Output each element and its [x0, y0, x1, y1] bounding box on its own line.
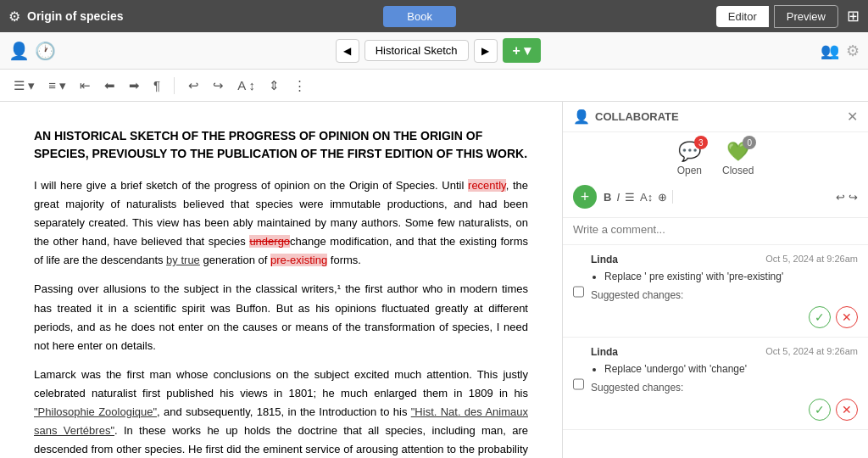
outdent-button[interactable]: ⇤ [76, 76, 94, 95]
header-right: Editor Preview ⊞ [716, 5, 860, 28]
main-area: AN HISTORICAL SKETCH OF THE PROGRESS OF … [0, 102, 868, 458]
add-comment-button[interactable]: + [573, 185, 597, 209]
collab-tabs: 💬 3 Open 💚 0 Closed [563, 132, 868, 176]
comment-meta-1: Linda Oct 5, 2024 at 9:26am [591, 254, 858, 265]
accept-button-2[interactable]: ✓ [809, 399, 831, 421]
comment-text-2: Replace 'undergo' with 'change' [591, 363, 858, 375]
insert-button[interactable]: ⊕ [658, 191, 667, 204]
undo-redo-group: ↩ ↪ [836, 191, 858, 204]
header-left: ⚙ Origin of species [8, 8, 124, 25]
chapter-toolbar: 👤 🕐 ◀ Historical Sketch ▶ + ▾ 👥 ⚙ [0, 32, 868, 70]
bullet-list-button[interactable]: ≡ ▾ [45, 76, 70, 95]
comment-redo-button[interactable]: ↪ [849, 191, 858, 204]
para3-mid: , and subsequently, 1815, in the Introdu… [157, 405, 411, 418]
text-size-button[interactable]: A↕ [640, 191, 653, 204]
closed-tab-label: Closed [722, 165, 754, 176]
italic-button[interactable]: I [616, 191, 620, 204]
app-logo-icon: ⚙ [8, 8, 20, 25]
comment-author-2: Linda [591, 346, 618, 358]
comment-checkbox-1[interactable] [573, 255, 584, 328]
para3-pre: Lamarck was the first man whose conclusi… [34, 368, 528, 399]
highlight-recently: recently [468, 179, 506, 192]
comment-text-1: Replace ' pre existing' with 'pre-existi… [591, 271, 858, 282]
format-toolbar: ☰ ▾ ≡ ▾ ⇤ ⬅ ➡ ¶ ↩ ↪ A ↕ ⇕ ⋮ [0, 70, 868, 102]
accept-button-1[interactable]: ✓ [809, 306, 831, 328]
next-chapter-button[interactable]: ▶ [474, 39, 498, 63]
comment-format-bar: B I ☰ A↕ ⊕ ↩ ↪ [604, 190, 858, 204]
add-button[interactable]: + ▾ [503, 38, 542, 63]
comment-input[interactable] [573, 223, 858, 236]
closed-tab-wrapper: 💚 0 [726, 141, 749, 163]
bold-button[interactable]: B [604, 191, 611, 204]
collaborate-panel: 👤 COLLABORATE ✕ 💬 3 Open 💚 0 Closed [563, 102, 868, 458]
comment-date-1: Oct 5, 2024 at 9:26am [765, 254, 858, 265]
comment-undo-button[interactable]: ↩ [836, 191, 845, 204]
editor-button[interactable]: Editor [716, 6, 769, 27]
open-badge: 3 [694, 136, 708, 149]
comment-list-item-2: Replace 'undergo' with 'change' [604, 363, 858, 375]
comment-date-2: Oct 5, 2024 at 9:26am [765, 346, 858, 358]
highlight-preexisting: pre-existing [270, 254, 327, 266]
list-format-button[interactable]: ☰ [625, 191, 635, 204]
paragraph-1: I will here give a brief sketch of the p… [34, 176, 528, 270]
comment-list-item-1: Replace ' pre existing' with 'pre-existi… [604, 271, 858, 282]
link-by-true[interactable]: by true [166, 254, 200, 266]
align-right-button[interactable]: ➡ [125, 76, 143, 95]
settings-icon[interactable]: ⚙ [846, 42, 860, 60]
paragraph-3: Lamarck was the first man whose conclusi… [34, 366, 528, 458]
document-heading: AN HISTORICAL SKETCH OF THE PROGRESS OF … [34, 127, 528, 163]
editor-area: AN HISTORICAL SKETCH OF THE PROGRESS OF … [0, 102, 563, 458]
toolbar-separator [174, 77, 175, 94]
app-title: Origin of species [27, 9, 124, 23]
align-left-button[interactable]: ⬅ [101, 76, 119, 95]
app-header: ⚙ Origin of species Book Editor Preview … [0, 0, 868, 32]
reject-button-1[interactable]: ✕ [836, 306, 858, 328]
list-button[interactable]: ☰ ▾ [10, 76, 38, 95]
open-tab-label: Open [677, 165, 702, 176]
header-center: Book [383, 6, 456, 27]
users-icon[interactable]: 👥 [821, 42, 839, 60]
user-circle-icon: 👤 [573, 109, 590, 125]
collab-title: 👤 COLLABORATE [573, 109, 679, 125]
tab-open[interactable]: 💬 3 Open [677, 141, 702, 176]
history-icon[interactable]: 🕐 [35, 41, 56, 61]
cfmt-sep [672, 190, 673, 204]
comment-actions-1: ✓ ✕ [591, 306, 858, 328]
para1-pre: I will here give a brief sketch of the p… [34, 179, 468, 192]
comment-body-2: Linda Oct 5, 2024 at 9:26am Replace 'und… [591, 346, 858, 421]
more-options-button[interactable]: ⋮ [290, 76, 309, 95]
open-tab-wrapper: 💬 3 [678, 141, 701, 163]
chapter-nav: ◀ Historical Sketch ▶ + ▾ [336, 38, 542, 63]
font-size-button[interactable]: A ↕ [234, 76, 259, 94]
para1-mid3: generation of [200, 254, 270, 266]
reject-button-2[interactable]: ✕ [836, 399, 858, 421]
para1-end: forms. [327, 254, 361, 266]
comment-actions-2: ✓ ✕ [591, 399, 858, 421]
grid-icon[interactable]: ⊞ [847, 7, 860, 25]
book-button[interactable]: Book [383, 6, 456, 27]
highlight-undergo: undergo [249, 235, 290, 248]
add-comment-row: + B I ☰ A↕ ⊕ ↩ ↪ [563, 176, 868, 218]
avatar-icon: 👤 [8, 41, 30, 61]
preview-button[interactable]: Preview [774, 5, 838, 28]
close-collab-button[interactable]: ✕ [847, 109, 858, 125]
closed-badge: 0 [743, 136, 756, 149]
undo-button[interactable]: ↩ [185, 76, 203, 95]
comment-body-1: Linda Oct 5, 2024 at 9:26am Replace ' pr… [591, 254, 858, 328]
suggested-label-2: Suggested changes: [591, 382, 858, 394]
line-height-button[interactable]: ⇕ [265, 76, 283, 95]
suggested-label-1: Suggested changes: [591, 289, 858, 301]
collab-header: 👤 COLLABORATE ✕ [563, 102, 868, 132]
tab-closed[interactable]: 💚 0 Closed [722, 141, 754, 176]
prev-chapter-button[interactable]: ◀ [336, 39, 359, 63]
link-philosophie[interactable]: "Philosophie Zoologique" [34, 405, 157, 418]
redo-button[interactable]: ↪ [209, 76, 227, 95]
comment-input-area[interactable] [563, 218, 868, 245]
comment-meta-2: Linda Oct 5, 2024 at 9:26am [591, 346, 858, 358]
paragraph-2: Passing over allusions to the subject in… [34, 280, 528, 355]
toolbar-right: 👥 ⚙ [821, 42, 860, 60]
chapter-label: Historical Sketch [364, 40, 469, 61]
comment-checkbox-2[interactable] [573, 348, 584, 421]
pilcrow-button[interactable]: ¶ [150, 76, 164, 94]
comment-item-2: Linda Oct 5, 2024 at 9:26am Replace 'und… [563, 338, 868, 430]
